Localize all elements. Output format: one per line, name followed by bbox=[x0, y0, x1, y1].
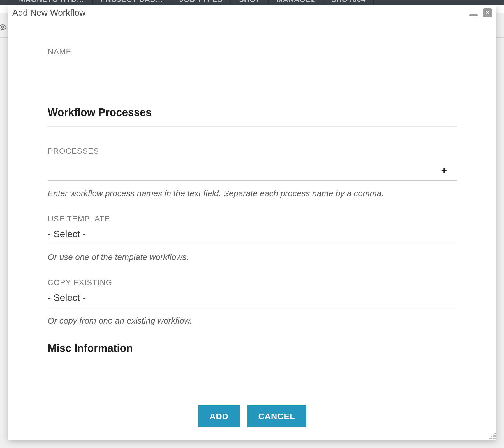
modal-title: Add New Workflow bbox=[12, 8, 85, 18]
titlebar-controls bbox=[469, 8, 492, 17]
resize-handle[interactable] bbox=[486, 429, 496, 440]
svg-rect-7 bbox=[491, 436, 492, 437]
modal-body[interactable]: NAME Workflow Processes PROCESSES + Ente… bbox=[8, 19, 496, 394]
name-field-group: NAME bbox=[48, 47, 457, 81]
copy-existing-value: - Select - bbox=[48, 292, 86, 303]
minimize-button[interactable] bbox=[469, 14, 478, 16]
bg-tab[interactable]: PROJECT DAS… bbox=[93, 0, 172, 4]
eye-icon[interactable] bbox=[0, 23, 7, 33]
background-tabs: MAGNETO HYD… PROJECT DAS… JOB TYPES SHOT… bbox=[0, 0, 504, 5]
use-template-select[interactable]: - Select - bbox=[48, 227, 457, 244]
add-button[interactable]: ADD bbox=[198, 405, 240, 427]
workflow-processes-heading: Workflow Processes bbox=[48, 107, 457, 119]
modal-titlebar: Add New Workflow bbox=[8, 5, 496, 19]
add-workflow-modal: Add New Workflow NAME Workflow Processes… bbox=[8, 5, 496, 440]
svg-rect-3 bbox=[491, 438, 492, 439]
svg-rect-10 bbox=[494, 433, 496, 434]
svg-rect-6 bbox=[493, 436, 494, 437]
use-template-value: - Select - bbox=[48, 228, 86, 239]
use-template-field-group: USE TEMPLATE - Select - Or use one of th… bbox=[48, 214, 457, 262]
copy-existing-select[interactable]: - Select - bbox=[48, 290, 457, 308]
svg-point-0 bbox=[1, 26, 4, 28]
copy-existing-field-group: COPY EXISTING - Select - Or copy from on… bbox=[48, 278, 457, 325]
plus-icon: + bbox=[441, 165, 447, 175]
add-process-button[interactable]: + bbox=[441, 165, 447, 176]
use-template-label: USE TEMPLATE bbox=[48, 214, 457, 223]
close-button[interactable] bbox=[483, 8, 492, 17]
modal-footer: ADD CANCEL bbox=[8, 394, 496, 440]
bg-tab[interactable]: MANAGE2 bbox=[269, 0, 323, 4]
misc-info-heading: Misc Information bbox=[48, 342, 457, 354]
section-divider bbox=[48, 126, 457, 127]
processes-help: Enter workflow process names in the text… bbox=[48, 189, 457, 198]
svg-rect-4 bbox=[489, 438, 491, 439]
processes-input[interactable] bbox=[48, 164, 457, 181]
svg-rect-2 bbox=[493, 438, 494, 439]
use-template-help: Or use one of the template workflows. bbox=[48, 252, 457, 262]
cancel-button[interactable]: CANCEL bbox=[247, 405, 306, 427]
svg-rect-1 bbox=[494, 438, 496, 439]
svg-rect-5 bbox=[494, 436, 496, 437]
processes-label: PROCESSES bbox=[48, 147, 457, 156]
processes-field-group: PROCESSES + Enter workflow process names… bbox=[48, 147, 457, 198]
bg-tab[interactable]: SHOT bbox=[231, 0, 269, 4]
copy-existing-label: COPY EXISTING bbox=[48, 278, 457, 287]
overflow-filler bbox=[48, 362, 457, 394]
close-icon bbox=[485, 10, 490, 16]
bg-tab[interactable]: JOB TYPES bbox=[171, 0, 231, 4]
name-label: NAME bbox=[48, 47, 457, 56]
resize-icon bbox=[486, 436, 496, 440]
name-input[interactable] bbox=[48, 64, 457, 81]
svg-rect-9 bbox=[493, 435, 494, 436]
bg-tab[interactable]: MAGNETO HYD… bbox=[11, 0, 93, 4]
svg-rect-8 bbox=[494, 435, 496, 436]
copy-existing-help: Or copy from one an existing workflow. bbox=[48, 316, 457, 325]
bg-tab[interactable]: SHOT004 bbox=[323, 0, 374, 4]
